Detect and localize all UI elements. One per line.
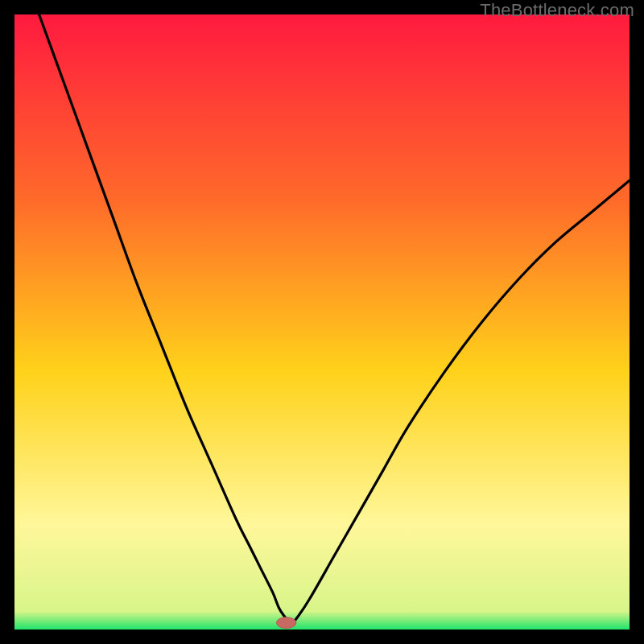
gradient-background <box>14 14 630 630</box>
optimal-marker <box>276 617 295 629</box>
chart-frame <box>14 14 630 630</box>
bottleneck-plot <box>14 14 630 630</box>
watermark-text: TheBottleneck.com <box>480 0 634 21</box>
